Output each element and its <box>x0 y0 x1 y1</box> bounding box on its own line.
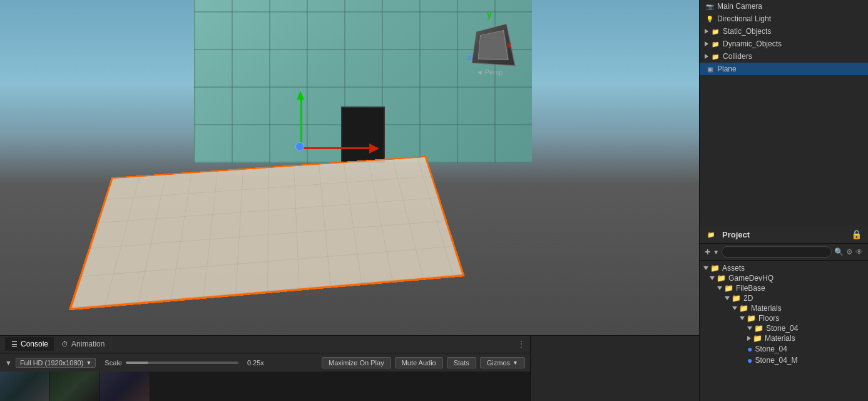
stats-button[interactable]: Stats <box>447 357 476 368</box>
expand-filebase-icon <box>717 286 722 290</box>
add-button[interactable]: + <box>705 246 710 258</box>
hierarchy-panel: 📷 Main Camera 💡 Directional Light 📁 Stat… <box>699 0 868 226</box>
gizmo-y-arrow <box>297 91 304 100</box>
resolution-dropdown[interactable]: Full HD (1920x1080) ▼ <box>16 358 96 368</box>
project-tree: 📁 Assets 📁 GameDevHQ 📁 FileBase 📁 2D <box>700 261 868 401</box>
tree-floors[interactable]: 📁 Floors <box>700 313 868 323</box>
console-label: Console <box>21 340 48 348</box>
x-axis-label: x <box>507 40 511 49</box>
y-axis-label: y <box>487 9 492 19</box>
material-dot-stone04: ● <box>747 344 752 354</box>
project-search-input[interactable] <box>722 246 832 258</box>
gizmo-center <box>295 142 304 151</box>
folder-icon-stone04: 📁 <box>754 324 763 333</box>
folder-icon-colliders: 📁 <box>710 51 720 61</box>
gizmos-label: Gizmos <box>487 359 510 367</box>
materials2-label: Materials <box>765 334 795 343</box>
animation-icon: ⏱ <box>61 340 68 348</box>
arrow-left-icon: ▼ <box>5 359 12 367</box>
maximize-on-play-button[interactable]: Maximize On Play <box>322 357 391 368</box>
project-folder-icon: 📁 <box>706 229 716 239</box>
tree-2d[interactable]: 📁 2D <box>700 293 868 303</box>
expand-materials2-icon <box>747 336 751 341</box>
expand-assets-icon <box>703 266 708 270</box>
filebase-label: FileBase <box>736 284 765 293</box>
hierarchy-plane[interactable]: ▣ Plane <box>700 63 868 75</box>
tree-gamedevhq[interactable]: 📁 GameDevHQ <box>700 273 868 283</box>
plane-label: Plane <box>717 65 737 73</box>
hierarchy-colliders[interactable]: 📁 Colliders <box>700 50 868 63</box>
scale-slider[interactable] <box>126 362 238 364</box>
expand-stone04-icon <box>747 326 752 330</box>
right-bottom-panel <box>530 336 699 401</box>
film-frame-3 <box>100 372 150 401</box>
assets-label: Assets <box>722 264 745 273</box>
hierarchy-main-camera[interactable]: 📷 Main Camera <box>700 0 868 13</box>
hierarchy-dynamic-objects[interactable]: 📁 Dynamic_Objects <box>700 38 868 50</box>
add-arrow[interactable]: ▼ <box>713 249 719 256</box>
folder-icon-materials: 📁 <box>739 304 748 313</box>
film-frame-2 <box>50 372 100 401</box>
folder-icon-static: 📁 <box>710 26 720 36</box>
stone04-label: Stone_04 <box>766 324 798 333</box>
scale-value: 0.25x <box>242 359 264 367</box>
search-icon: 🔍 <box>834 247 844 256</box>
project-header-actions: 🔒 <box>851 229 862 239</box>
eye-icon[interactable]: 👁 <box>855 247 863 256</box>
animation-label: Animation <box>71 340 105 348</box>
cube-face-inner <box>477 30 508 60</box>
floors-label: Floors <box>758 314 779 323</box>
z-axis-label: z <box>467 53 472 62</box>
tree-materials2[interactable]: 📁 Materials <box>700 333 868 343</box>
tree-stone04m[interactable]: ● Stone_04_M <box>700 355 868 366</box>
gizmos-arrow-icon: ▼ <box>513 360 518 366</box>
more-button[interactable]: ⋮ <box>518 340 525 348</box>
2d-label: 2D <box>743 294 753 303</box>
console-icon: ☰ <box>11 340 18 348</box>
tab-animation[interactable]: ⏱ Animation <box>55 337 111 351</box>
right-column: 📷 Main Camera 💡 Directional Light 📁 Stat… <box>699 0 868 401</box>
tree-stone04-asset[interactable]: ● Stone_04 <box>700 343 868 355</box>
tree-filebase[interactable]: 📁 FileBase <box>700 283 868 293</box>
stone04-asset-label: Stone_04 <box>755 345 787 353</box>
lock-icon: 🔒 <box>851 229 862 239</box>
folder-icon-floors: 📁 <box>747 314 756 323</box>
tree-stone04[interactable]: 📁 Stone_04 <box>700 323 868 333</box>
bottom-tabs: ☰ Console ⏱ Animation ⋮ <box>0 336 530 353</box>
tree-materials[interactable]: 📁 Materials <box>700 303 868 313</box>
expand-floors-icon <box>740 316 745 320</box>
project-title: Project <box>722 230 750 239</box>
main-camera-label: Main Camera <box>717 2 762 11</box>
persp-label[interactable]: ◄ Persp <box>476 68 503 76</box>
hierarchy-static-objects[interactable]: 📁 Static_Objects <box>700 25 868 38</box>
folder-icon-materials2: 📁 <box>753 334 762 343</box>
gizmo-x-axis <box>300 147 369 149</box>
tab-console[interactable]: ☰ Console <box>5 337 55 351</box>
expand-icon-dynamic <box>705 41 708 46</box>
folder-icon-filebase: 📁 <box>724 284 733 293</box>
static-objects-label: Static_Objects <box>723 27 771 36</box>
cube-visual: x z <box>467 21 511 65</box>
folder-icon-2d: 📁 <box>732 294 741 303</box>
scale-label: Scale <box>105 359 122 367</box>
console-animation-area: ☰ Console ⏱ Animation ⋮ ▼ Full HD (1920x… <box>0 336 530 401</box>
resolution-arrow-icon: ▼ <box>86 360 91 366</box>
scale-slider-fill <box>126 362 148 364</box>
filter-icon[interactable]: ⚙ <box>846 247 853 256</box>
gizmos-button[interactable]: Gizmos ▼ <box>480 357 525 368</box>
hierarchy-directional-light[interactable]: 💡 Directional Light <box>700 13 868 25</box>
gizmo-x-arrow <box>369 143 379 154</box>
bottom-combined: ☰ Console ⏱ Animation ⋮ ▼ Full HD (1920x… <box>0 335 699 401</box>
material-dot-stone04m: ● <box>747 355 752 365</box>
directional-light-label: Directional Light <box>717 14 771 23</box>
scene-view[interactable]: y x z ◄ Persp <box>0 0 699 335</box>
expand-icon-static <box>705 29 708 34</box>
mute-audio-button[interactable]: Mute Audio <box>395 357 443 368</box>
resolution-label: Full HD (1920x1080) <box>20 359 84 367</box>
folder-icon-assets: 📁 <box>710 264 720 273</box>
tree-assets[interactable]: 📁 Assets <box>700 263 868 273</box>
orientation-cube[interactable]: y x z ◄ Persp <box>461 9 518 91</box>
camera-icon: 📷 <box>705 1 715 11</box>
playback-bar: ▼ Full HD (1920x1080) ▼ Scale 0.25x Maxi… <box>0 353 530 372</box>
materials-label: Materials <box>751 304 782 313</box>
